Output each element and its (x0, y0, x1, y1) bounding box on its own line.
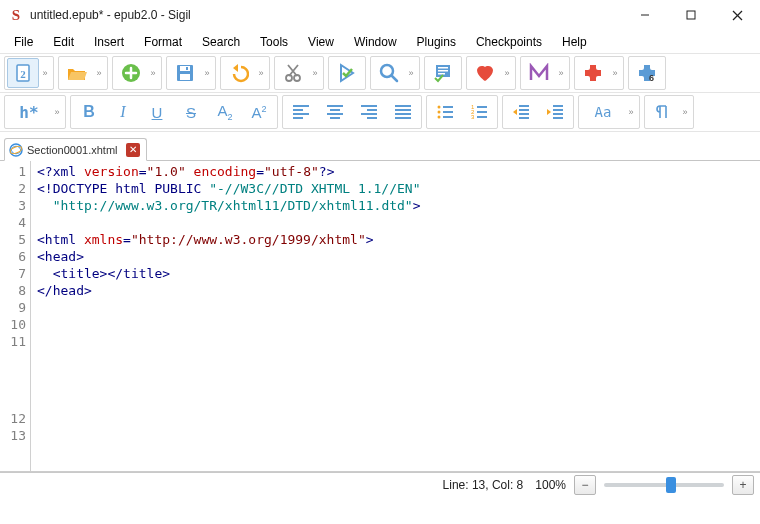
underline-button[interactable]: U (141, 97, 173, 127)
zoom-level: 100% (535, 478, 566, 492)
align-left-button[interactable] (285, 97, 317, 127)
menu-file[interactable]: File (4, 33, 43, 51)
case-button[interactable]: Aa (581, 97, 625, 127)
bold-button[interactable]: B (73, 97, 105, 127)
svg-rect-18 (438, 73, 445, 75)
open-dropdown[interactable]: » (93, 59, 105, 87)
maximize-button[interactable] (668, 0, 714, 30)
svg-point-21 (438, 111, 441, 114)
validate-button[interactable] (331, 58, 363, 88)
metadata-dropdown[interactable]: » (555, 59, 567, 87)
svg-point-22 (438, 116, 441, 119)
file-tab[interactable]: Section0001.xhtml ✕ (4, 138, 147, 161)
svg-rect-17 (438, 70, 448, 72)
align-center-button[interactable] (319, 97, 351, 127)
menu-tools[interactable]: Tools (250, 33, 298, 51)
main-toolbar: 2 » » » » » » » » » » 6 (0, 54, 760, 92)
undo-dropdown[interactable]: » (255, 59, 267, 87)
menu-insert[interactable]: Insert (84, 33, 134, 51)
list-bullet-button[interactable] (429, 97, 461, 127)
gutter: 1234567891011 1213 (0, 161, 31, 471)
outdent-button[interactable] (505, 97, 537, 127)
menu-edit[interactable]: Edit (43, 33, 84, 51)
align-right-button[interactable] (353, 97, 385, 127)
titlebar: S untitled.epub* - epub2.0 - Sigil (0, 0, 760, 31)
svg-rect-16 (438, 67, 448, 69)
new-dropdown[interactable]: » (39, 59, 51, 87)
svg-rect-9 (180, 74, 190, 80)
save-dropdown[interactable]: » (201, 59, 213, 87)
svg-point-20 (438, 106, 441, 109)
new-button[interactable]: 2 (7, 58, 39, 88)
cursor-position: Line: 13, Col: 8 (443, 478, 524, 492)
strike-button[interactable]: S (175, 97, 207, 127)
zoom-thumb[interactable] (666, 477, 676, 493)
plugin-button[interactable] (577, 58, 609, 88)
menu-window[interactable]: Window (344, 33, 407, 51)
svg-rect-10 (186, 67, 188, 70)
search-dropdown[interactable]: » (405, 59, 417, 87)
svg-text:6: 6 (649, 73, 654, 83)
heading-dropdown[interactable]: » (51, 98, 63, 126)
save-button[interactable] (169, 58, 201, 88)
open-button[interactable] (61, 58, 93, 88)
search-button[interactable] (373, 58, 405, 88)
svg-text:2: 2 (20, 68, 26, 80)
italic-button[interactable]: I (107, 97, 139, 127)
svg-line-14 (392, 76, 397, 81)
direction-button[interactable] (647, 97, 679, 127)
menu-search[interactable]: Search (192, 33, 250, 51)
close-button[interactable] (714, 0, 760, 30)
add-button[interactable] (115, 58, 147, 88)
superscript-button[interactable]: A2 (243, 97, 275, 127)
tab-label: Section0001.xhtml (27, 144, 118, 156)
plugin-dropdown[interactable]: » (609, 59, 621, 87)
zoom-out-button[interactable]: − (574, 475, 596, 495)
zoom-in-button[interactable]: + (732, 475, 754, 495)
zoom-slider[interactable] (604, 483, 724, 487)
ie-icon (9, 143, 23, 157)
list-number-button[interactable]: 123 (463, 97, 495, 127)
indent-button[interactable] (539, 97, 571, 127)
direction-dropdown[interactable]: » (679, 98, 691, 126)
menu-help[interactable]: Help (552, 33, 597, 51)
window-controls (622, 0, 760, 30)
minimize-button[interactable] (622, 0, 668, 30)
case-dropdown[interactable]: » (625, 98, 637, 126)
svg-text:3: 3 (471, 114, 475, 120)
menu-plugins[interactable]: Plugins (407, 33, 466, 51)
format-toolbar: h* » B I U S A2 A2 123 Aa » » (0, 92, 760, 132)
add-dropdown[interactable]: » (147, 59, 159, 87)
subscript-button[interactable]: A2 (209, 97, 241, 127)
menu-checkpoints[interactable]: Checkpoints (466, 33, 552, 51)
align-justify-button[interactable] (387, 97, 419, 127)
app-icon: S (8, 7, 24, 23)
window-title: untitled.epub* - epub2.0 - Sigil (30, 8, 622, 22)
favorite-button[interactable] (469, 58, 501, 88)
cut-button[interactable] (277, 58, 309, 88)
tab-close-icon[interactable]: ✕ (126, 143, 140, 157)
svg-rect-8 (180, 66, 190, 71)
undo-button[interactable] (223, 58, 255, 88)
cut-dropdown[interactable]: » (309, 59, 321, 87)
statusbar: Line: 13, Col: 8 100% − + (0, 472, 760, 497)
tabstrip: Section0001.xhtml ✕ (0, 138, 760, 161)
code-area[interactable]: <?xml version="1.0" encoding="utf-8"?> <… (31, 161, 760, 471)
plugin2-button[interactable]: 6 (631, 58, 663, 88)
menu-view[interactable]: View (298, 33, 344, 51)
metadata-button[interactable] (523, 58, 555, 88)
heading-button[interactable]: h* (7, 97, 51, 127)
editor[interactable]: 1234567891011 1213 <?xml version="1.0" e… (0, 161, 760, 472)
favorite-dropdown[interactable]: » (501, 59, 513, 87)
svg-rect-1 (687, 11, 695, 19)
menubar: File Edit Insert Format Search Tools Vie… (0, 31, 760, 54)
menu-format[interactable]: Format (134, 33, 192, 51)
spellcheck-button[interactable] (427, 58, 459, 88)
